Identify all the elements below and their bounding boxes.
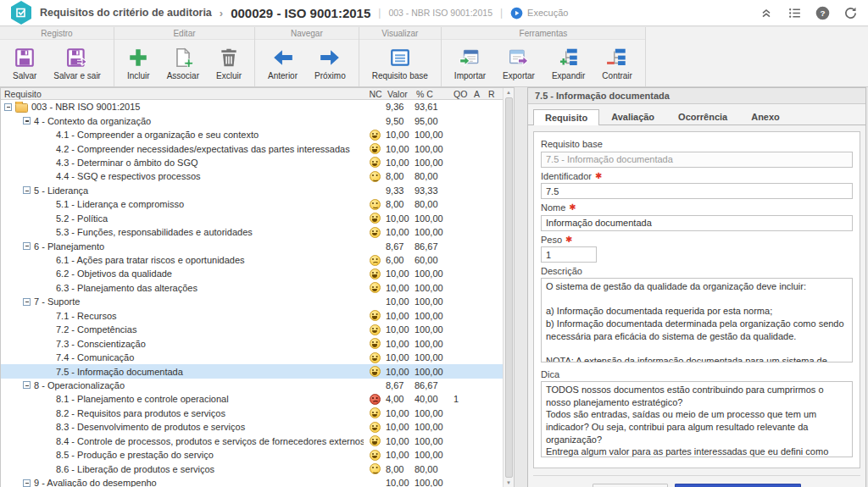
tab-avaliacao[interactable]: Avaliação <box>599 108 666 125</box>
tree-row[interactable]: 8.4 - Controle de processos, produtos e … <box>1 434 503 448</box>
tree-row[interactable]: 8.3 - Desenvolvimento de produtos e serv… <box>1 420 503 434</box>
cell-valor: 10,00 <box>386 324 415 335</box>
requirement-label: 7 - Suporte <box>34 296 80 307</box>
tree-row[interactable]: 5.1 - Liderança e compromisso8,0080,00 <box>1 197 503 211</box>
tree-row[interactable]: 5.2 - Política10,00100,00 <box>1 212 503 225</box>
expand-tree-icon <box>558 47 580 69</box>
required-icon: ✱ <box>595 172 602 180</box>
svg-text:?: ? <box>820 8 825 18</box>
tree-row[interactable]: 8.6 - Liberação de produtos e serviços8,… <box>1 462 503 475</box>
previous-button[interactable]: Anterior <box>262 44 303 83</box>
collapse-all-button[interactable]: Contrair <box>596 44 638 83</box>
collapse-toolbar-icon[interactable] <box>759 5 774 20</box>
column-qo: QO <box>450 89 474 99</box>
tree-row[interactable]: 8.2 - Requisitos para produtos e serviço… <box>1 407 503 420</box>
cell-valor: 10,00 <box>386 296 415 307</box>
scrollbar-thumb[interactable] <box>505 97 513 478</box>
tree-row[interactable]: 8 - Operacionalização8,6786,67 <box>1 379 503 392</box>
collapse-icon[interactable] <box>23 479 31 487</box>
refresh-icon[interactable] <box>843 5 858 20</box>
collapse-icon[interactable] <box>23 298 31 306</box>
descricao-field[interactable]: O sistema de gestão da qualidade da orga… <box>541 278 853 362</box>
tree-row-selected[interactable]: 7.5 - Informação documentada10,00100,00 <box>1 364 503 378</box>
tree-scrollbar[interactable]: ▲ ▼ <box>503 88 514 487</box>
cell-valor: 10,00 <box>386 367 415 377</box>
save-exit-button[interactable]: Salvar e sair <box>47 44 107 83</box>
tree-row[interactable]: 4.1 - Compreender a organização e seu co… <box>1 128 503 141</box>
requirement-label: 6.3 - Planejamento das alterações <box>56 283 198 293</box>
scroll-up-icon[interactable]: ▲ <box>506 88 511 97</box>
collapse-icon[interactable] <box>4 103 12 111</box>
tree-row[interactable]: 7 - Suporte10,00100,00 <box>1 295 503 308</box>
save-button[interactable]: Salvar <box>7 44 42 83</box>
tree-row[interactable]: 7.3 - Conscientização10,00100,00 <box>1 336 503 350</box>
peso-field[interactable] <box>541 246 597 263</box>
tree-row[interactable]: 6.1 - Ações para tratar riscos e oportun… <box>1 253 503 267</box>
tree-row[interactable]: 6.2 - Objetivos da qualidade10,00100,00 <box>1 267 503 280</box>
cell-valor: 10,00 <box>386 478 415 487</box>
happy-face-icon <box>370 227 381 238</box>
tree-row[interactable]: 5 - Liderança9,3393,33 <box>1 184 503 197</box>
cell-pc: 100,00 <box>415 339 450 349</box>
requisito-base-label: Requisito base <box>541 139 853 149</box>
trash-icon <box>218 47 240 69</box>
help-icon[interactable]: ? <box>815 5 830 20</box>
cell-valor: 10,00 <box>386 158 415 168</box>
column-a: A <box>474 89 488 99</box>
tree-row[interactable]: 4.4 - SGQ e respectivos processos8,0080,… <box>1 169 503 183</box>
import-button[interactable]: Importar <box>448 44 492 83</box>
requirement-label: 9 - Avaliação do desempenho <box>34 478 157 487</box>
cell-pc: 93,61 <box>415 102 450 112</box>
cell-valor: 10,00 <box>386 408 415 418</box>
next-button[interactable]: Próximo <box>309 44 352 83</box>
tree-row[interactable]: 4.3 - Determinar o âmbito do SGQ10,00100… <box>1 156 503 169</box>
cell-pc: 100,00 <box>415 352 450 362</box>
collapse-icon[interactable] <box>23 117 31 125</box>
cell-valor: 10,00 <box>386 213 415 224</box>
associate-icon <box>172 47 194 69</box>
cell-valor: 10,00 <box>386 227 415 237</box>
happy-face-icon <box>370 366 381 377</box>
collapse-icon[interactable] <box>23 242 31 250</box>
nome-field[interactable] <box>541 215 853 231</box>
expand-all-button[interactable]: Expandir <box>546 44 591 83</box>
tree-row[interactable]: 7.1 - Recursos10,00100,00 <box>1 309 503 323</box>
identificador-field[interactable] <box>541 183 853 199</box>
associate-button[interactable]: Associar <box>161 44 205 83</box>
base-requirement-button[interactable]: Requisito base <box>366 44 434 83</box>
collapse-icon[interactable] <box>23 186 31 194</box>
column-requisito: Requisito <box>1 89 364 99</box>
requirement-label: 8.6 - Liberação de produtos e serviços <box>56 464 214 474</box>
add-button[interactable]: Incluir <box>121 44 156 83</box>
tree-row[interactable]: 003 - NBR ISO 9001:20159,3693,61 <box>1 100 503 113</box>
list-menu-icon[interactable] <box>787 5 802 20</box>
tree-row[interactable]: 7.2 - Competências10,00100,00 <box>1 323 503 336</box>
tree-row[interactable]: 5.3 - Funções, responsabilidades e autor… <box>1 225 503 239</box>
happy-face-icon <box>370 130 381 141</box>
cell-pc: 100,00 <box>415 422 450 432</box>
delete-button[interactable]: Excluir <box>210 44 248 83</box>
tab-ocorrencia[interactable]: Ocorrência <box>666 108 739 125</box>
scroll-down-icon[interactable]: ▼ <box>506 479 511 487</box>
happy-face-icon <box>370 213 381 224</box>
requirement-label: 6.2 - Objetivos da qualidade <box>56 268 172 279</box>
tree-row[interactable]: 8.5 - Produção e prestação do serviço10,… <box>1 448 503 462</box>
confirm-next-button[interactable]: Confirmar & Próximo <box>675 484 802 487</box>
export-button[interactable]: Exportar <box>497 44 541 83</box>
tree-row[interactable]: 4 - Contexto da organização9,5095,00 <box>1 113 503 127</box>
confirm-button[interactable]: Confirmar <box>593 484 668 487</box>
collapse-icon[interactable] <box>23 381 31 389</box>
tree-row[interactable]: 4.2 - Compreender necessidades/expectati… <box>1 141 503 155</box>
tab-requisito[interactable]: Requisito <box>533 109 599 125</box>
tree-row[interactable]: 9 - Avaliação do desempenho10,00100,00 <box>1 476 503 487</box>
tree-row[interactable]: 7.4 - Comunicação10,00100,00 <box>1 351 503 364</box>
dica-field[interactable]: TODOS nossos documentos estão contribuin… <box>541 381 853 457</box>
happy-face-icon <box>370 407 381 418</box>
tab-anexo[interactable]: Anexo <box>739 108 792 125</box>
happy-face-icon <box>370 157 381 168</box>
tree-row[interactable]: 6.3 - Planejamento das alterações10,0010… <box>1 281 503 295</box>
tree-row[interactable]: 6 - Planejamento8,6786,67 <box>1 239 503 252</box>
cell-pc: 100,00 <box>415 408 450 418</box>
happy-face-icon <box>370 450 381 461</box>
tree-row[interactable]: 8.1 - Planejamento e controle operaciona… <box>1 392 503 406</box>
